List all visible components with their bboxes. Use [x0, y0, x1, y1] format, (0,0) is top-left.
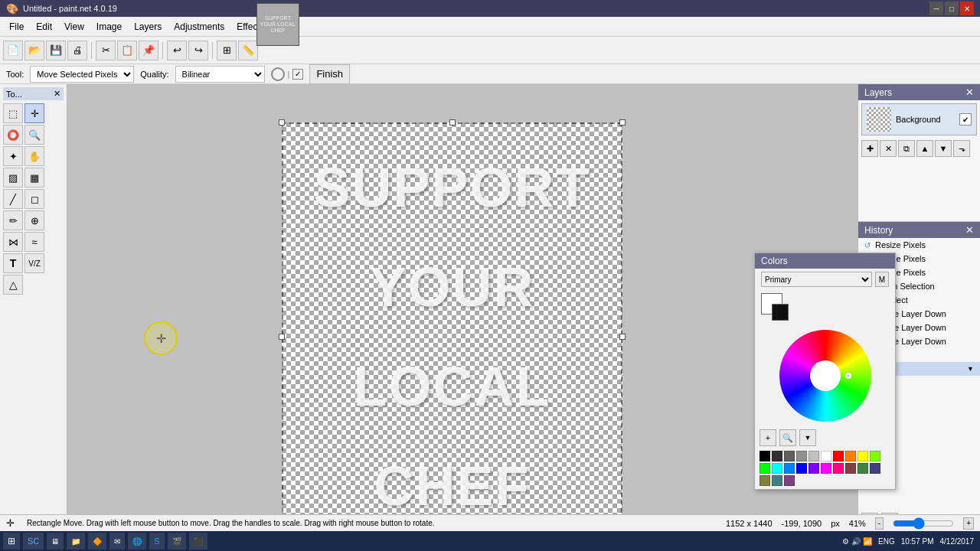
close-button[interactable]: ✕	[960, 2, 974, 15]
palette-color-darkgreen[interactable]	[858, 463, 868, 474]
paintbucket-tool[interactable]: ▨	[3, 168, 23, 187]
palette-color-navyblue[interactable]	[870, 463, 880, 474]
start-button[interactable]: ⊞	[3, 533, 20, 549]
clone-stamp-tool[interactable]: ⊕	[24, 210, 44, 230]
menu-image[interactable]: Image	[90, 17, 128, 36]
zoom-in-button[interactable]: +	[963, 517, 974, 530]
palette-color-mauve[interactable]	[784, 475, 795, 486]
text-vt-tool[interactable]: V/Z	[24, 253, 44, 273]
palette-color-darkblue[interactable]	[796, 463, 807, 474]
color-dropdown-button[interactable]: ▼	[799, 429, 816, 446]
taskbar-app1[interactable]: 🔶	[88, 533, 106, 549]
copy-button[interactable]: 📋	[117, 41, 137, 60]
palette-color-yellow[interactable]	[858, 451, 868, 461]
palette-color-cyan[interactable]	[772, 463, 782, 474]
handle-mr[interactable]	[619, 334, 626, 340]
finish-button[interactable]: Finish	[309, 64, 350, 84]
layer-item-background[interactable]: ▓ Background ✔	[861, 103, 977, 135]
rect-select-tool[interactable]: ⬚	[3, 103, 23, 123]
gradient-tool[interactable]: ▦	[24, 168, 44, 187]
taskbar-mail[interactable]: ✉	[109, 533, 125, 549]
handle-tl[interactable]	[279, 119, 285, 126]
palette-color-medgray[interactable]	[796, 451, 807, 461]
move-layer-down-button[interactable]: ▼	[935, 140, 952, 157]
palette-color-magenta[interactable]	[821, 463, 831, 474]
history-item-1[interactable]: ↺ Resize Pixels	[858, 238, 980, 252]
palette-color-orange[interactable]	[845, 451, 856, 461]
grid-button[interactable]: ⊞	[217, 41, 237, 60]
print-button[interactable]: 🖨	[67, 41, 87, 60]
palette-color-gray[interactable]	[784, 451, 795, 461]
quality-selector[interactable]: Bilinear Nearest Neighbor	[175, 66, 265, 83]
palette-color-purple[interactable]	[808, 463, 819, 474]
paintbrush-tool[interactable]: ╱	[3, 189, 23, 209]
taskbar-skype[interactable]: S	[149, 533, 164, 549]
redo-button[interactable]: ↪	[188, 41, 208, 60]
taskbar-folder[interactable]: 📁	[67, 533, 85, 549]
shapes-tool[interactable]: △	[3, 275, 23, 295]
zoom-tool[interactable]: 🔍	[24, 125, 44, 145]
color-selection-dot[interactable]	[845, 373, 851, 379]
handle-tm[interactable]	[449, 119, 456, 126]
zoom-out-button[interactable]: -	[875, 517, 884, 530]
ruler-button[interactable]: 📏	[238, 41, 258, 60]
save-button[interactable]: 💾	[46, 41, 66, 60]
palette-color-lime[interactable]	[870, 451, 880, 461]
palette-color-darkgray[interactable]	[772, 451, 782, 461]
taskbar-app2[interactable]: ⬛	[189, 533, 207, 549]
menu-edit[interactable]: Edit	[30, 17, 58, 36]
add-layer-button[interactable]: ✚	[861, 140, 878, 157]
color-add-button[interactable]: +	[760, 429, 776, 446]
layer-visibility-toggle[interactable]: ✔	[959, 113, 972, 126]
undo-button[interactable]: ↩	[167, 41, 187, 60]
duplicate-layer-button[interactable]: ⧉	[898, 140, 915, 157]
taskbar-screencast[interactable]: SC	[23, 533, 44, 549]
recolor-tool[interactable]: ⋈	[3, 232, 23, 252]
menu-file[interactable]: File	[3, 17, 30, 36]
palette-color-green[interactable]	[760, 463, 770, 474]
move-layer-up-button[interactable]: ▲	[916, 140, 933, 157]
colors-more-button[interactable]: M	[875, 272, 889, 287]
magic-wand-tool[interactable]: ✦	[3, 146, 23, 166]
zoom-slider[interactable]	[893, 517, 954, 530]
open-button[interactable]: 📂	[24, 41, 44, 60]
palette-color-teal[interactable]	[772, 475, 782, 486]
palette-color-red[interactable]	[833, 451, 844, 461]
pan-tool[interactable]: ✋	[24, 146, 44, 166]
pencil-tool[interactable]: ✏	[3, 210, 23, 230]
palette-color-black[interactable]	[760, 451, 770, 461]
palette-color-pink[interactable]	[833, 463, 844, 474]
toolbox-close[interactable]: ✕	[54, 89, 60, 99]
new-button[interactable]: 📄	[3, 41, 23, 60]
palette-color-lightgray[interactable]	[808, 451, 819, 461]
secondary-color-swatch[interactable]	[772, 304, 789, 321]
smudge-tool[interactable]: ≈	[24, 232, 44, 252]
color-eyedropper-button[interactable]: 🔍	[779, 429, 796, 446]
palette-color-white[interactable]	[821, 451, 831, 461]
taskbar-video[interactable]: 🎬	[168, 533, 186, 549]
taskbar-ie[interactable]: 🖥	[47, 533, 64, 549]
menu-layers[interactable]: Layers	[128, 17, 168, 36]
text-tool[interactable]: T	[3, 253, 23, 273]
tool-selector[interactable]: Move Selected Pixels	[30, 66, 134, 83]
palette-color-brown[interactable]	[845, 463, 856, 474]
move-tool[interactable]: ✛	[24, 103, 44, 123]
paste-button[interactable]: 📌	[139, 41, 158, 60]
color-wheel[interactable]	[779, 330, 871, 422]
menu-view[interactable]: View	[58, 17, 90, 36]
delete-layer-button[interactable]: ✕	[880, 140, 897, 157]
menu-adjustments[interactable]: Adjustments	[168, 17, 230, 36]
palette-color-olive[interactable]	[760, 475, 770, 486]
colors-mode-select[interactable]: Primary Secondary	[761, 272, 872, 287]
merge-layer-button[interactable]: ⬎	[953, 140, 970, 157]
handle-tr[interactable]	[619, 119, 626, 126]
layers-panel-close[interactable]: ✕	[965, 86, 974, 98]
handle-ml[interactable]	[279, 334, 285, 340]
lasso-tool[interactable]: ⭕	[3, 125, 23, 145]
eraser-tool[interactable]: ◻	[24, 189, 44, 209]
cut-button[interactable]: ✂	[96, 41, 116, 60]
taskbar-chrome[interactable]: 🌐	[128, 533, 146, 549]
maximize-button[interactable]: □	[945, 2, 959, 15]
palette-color-blue[interactable]	[784, 463, 795, 474]
antialias-toggle[interactable]	[271, 67, 285, 81]
